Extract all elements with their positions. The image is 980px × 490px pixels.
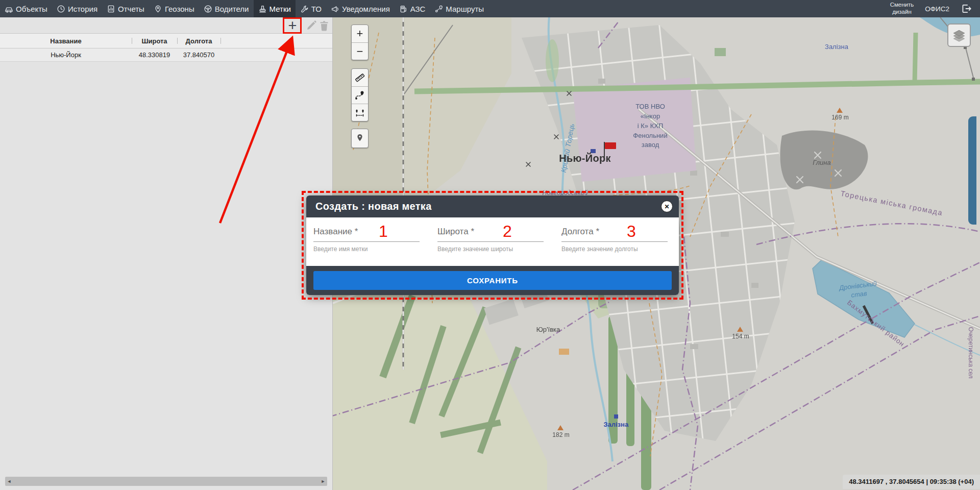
layers-button[interactable]	[947, 23, 971, 47]
measure-tools	[351, 68, 369, 121]
nav-right-group: Сменить дизайн ОФИС2	[890, 0, 980, 17]
horizontal-scrollbar[interactable]: ◄ ►	[5, 477, 327, 486]
nav-item-routes[interactable]: Маршруты	[430, 0, 488, 17]
panel-toolbar: +	[0, 17, 332, 33]
steering-wheel-icon	[204, 5, 212, 13]
scroll-right-arrow[interactable]: ►	[319, 477, 327, 486]
table-header: Название Широта Долгота	[0, 33, 332, 48]
ruler-tool-button[interactable]	[352, 69, 368, 86]
zoom-controls: + −	[351, 24, 369, 60]
change-design-button[interactable]: Сменить дизайн	[890, 2, 914, 16]
field-latitude: Введите значение широты 2	[437, 227, 544, 266]
delete-placemark-button[interactable]	[316, 18, 332, 33]
column-header-lon: Долгота	[177, 34, 220, 48]
add-placemark-button[interactable]: +	[284, 18, 301, 33]
route-icon	[434, 5, 443, 13]
modal-body: Введите имя метки 1 Введите значение шир…	[306, 217, 679, 266]
nav-item-placemarks[interactable]: Метки	[254, 0, 296, 17]
longitude-input[interactable]	[561, 227, 668, 242]
layers-icon	[952, 28, 966, 42]
nav-label: История	[68, 5, 97, 13]
nav-label: ТО	[311, 5, 322, 13]
geofence-pin-icon	[154, 5, 162, 13]
plus-icon: +	[288, 18, 297, 33]
nav-item-history[interactable]: История	[52, 0, 102, 17]
report-icon	[107, 5, 115, 13]
latitude-input[interactable]	[437, 227, 544, 242]
zoom-in-button[interactable]: +	[352, 25, 368, 42]
nav-item-fuel-stations[interactable]: АЗС	[395, 0, 430, 17]
nav-label: Отчеты	[118, 5, 144, 13]
map-status-bar: 48.3411697 , 37.8045654 | 09:35:38 (+04)	[843, 475, 980, 489]
logout-icon	[961, 4, 972, 14]
route-measure-icon	[354, 90, 365, 101]
create-placemark-modal: Создать : новая метка ✕ Введите имя метк…	[306, 195, 679, 295]
route-measure-button[interactable]	[352, 86, 368, 104]
clock-icon	[57, 5, 65, 13]
trash-icon	[318, 19, 330, 32]
column-header-spacer	[220, 34, 332, 48]
nav-label: Уведомления	[342, 5, 390, 13]
account-label[interactable]: ОФИС2	[925, 5, 949, 13]
fuel-pump-icon	[399, 5, 408, 13]
wrench-icon	[300, 5, 309, 13]
column-header-lat: Широта	[132, 34, 177, 48]
placemarks-panel: + Название Широта Долгота Нью-Йорк 48.33…	[0, 17, 333, 490]
placemark-tool	[351, 129, 369, 148]
modal-footer: СОХРАНИТЬ	[306, 266, 679, 295]
name-hint: Введите имя метки	[313, 246, 420, 253]
distance-pins-icon	[354, 107, 365, 118]
nav-item-geofences[interactable]: Геозоны	[149, 0, 199, 17]
name-input[interactable]	[313, 227, 420, 242]
longitude-hint: Введите значение долготы	[561, 246, 668, 253]
top-nav: Объекты История Отчеты Геозоны Водители …	[0, 0, 980, 17]
distance-tool-button[interactable]	[352, 104, 368, 121]
stamp-icon	[258, 5, 267, 13]
cell-lat: 48.330819	[132, 51, 177, 59]
cell-lon: 37.840570	[177, 51, 220, 59]
cell-name: Нью-Йорк	[0, 51, 132, 59]
nav-label: Геозоны	[165, 5, 194, 13]
placemark-tool-button[interactable]	[352, 129, 368, 148]
field-name: Введите имя метки 1	[313, 227, 420, 266]
field-longitude: Введите значение долготы 3	[561, 227, 668, 266]
ruler-icon	[354, 72, 365, 83]
nav-item-reports[interactable]: Отчеты	[102, 0, 149, 17]
nav-item-drivers[interactable]: Водители	[199, 0, 254, 17]
nav-label: Водители	[215, 5, 249, 13]
column-header-name: Название	[0, 34, 132, 48]
nav-label: Метки	[270, 5, 291, 13]
nav-item-objects[interactable]: Объекты	[0, 0, 52, 17]
nav-item-notifications[interactable]: Уведомления	[326, 0, 395, 17]
modal-close-button[interactable]: ✕	[661, 201, 673, 212]
scroll-left-arrow[interactable]: ◄	[5, 477, 13, 486]
car-icon	[5, 5, 13, 13]
nav-label: Маршруты	[446, 5, 484, 13]
side-panel-handle[interactable]	[968, 116, 976, 225]
nav-item-maintenance[interactable]: ТО	[296, 0, 326, 17]
save-button[interactable]: СОХРАНИТЬ	[313, 271, 672, 290]
modal-header: Создать : новая метка ✕	[306, 195, 679, 217]
megaphone-icon	[331, 5, 339, 13]
latitude-hint: Введите значение широты	[437, 246, 544, 253]
close-icon: ✕	[664, 203, 669, 210]
table-row[interactable]: Нью-Йорк 48.330819 37.840570	[0, 48, 332, 62]
nav-label: АЗС	[410, 5, 426, 13]
map-pin-icon	[354, 133, 365, 144]
modal-title: Создать : новая метка	[315, 201, 432, 212]
zoom-out-button[interactable]: −	[352, 42, 368, 60]
logout-button[interactable]	[961, 4, 972, 14]
nav-label: Объекты	[16, 5, 47, 13]
